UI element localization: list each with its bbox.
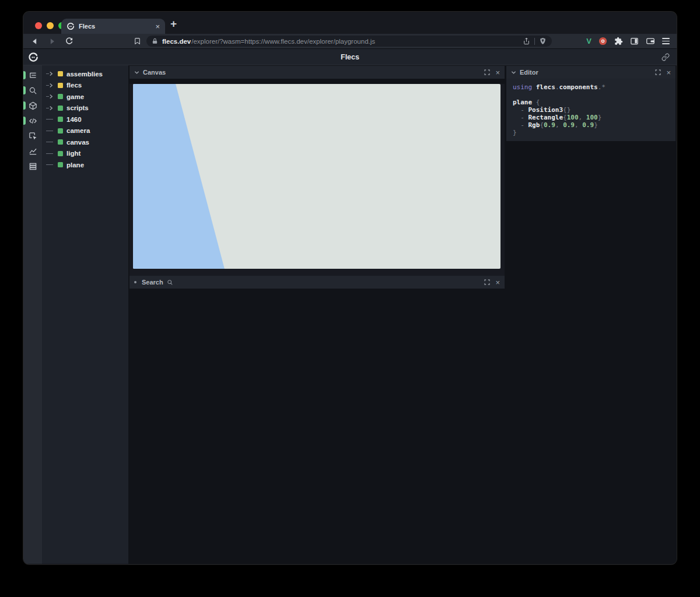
tree-item-game[interactable]: game (42, 91, 128, 103)
sidebar-toggle-icon[interactable] (630, 37, 639, 45)
wallet-icon[interactable] (646, 37, 655, 45)
tree-item-label: light (66, 150, 80, 157)
main-area: Canvas × Se (128, 65, 677, 564)
stacked-rows-icon (29, 162, 37, 171)
tree-connector (46, 142, 56, 142)
panel-switcher (23, 65, 42, 564)
sidebar-icon-entity-tree[interactable] (23, 68, 42, 83)
sidebar-icon-data-tables[interactable] (23, 159, 42, 174)
tree-item-label: scripts (66, 104, 89, 111)
entity-color-dot (58, 71, 63, 76)
share-icon[interactable] (523, 37, 530, 45)
app-body: assembliesflecsgamescripts1460cameracanv… (23, 65, 677, 564)
tree-item-label: assemblies (66, 71, 103, 78)
minimize-window-button[interactable] (47, 22, 54, 29)
tree-icon (29, 71, 37, 80)
sidebar-icon-statistics[interactable] (23, 143, 42, 159)
entity-color-dot (58, 139, 63, 145)
bookmark-button[interactable] (132, 37, 142, 46)
search-panel: Search × (130, 276, 505, 289)
editor-code[interactable]: using flecs.components.* plane { - Posit… (506, 79, 676, 141)
app-header: Flecs (23, 49, 677, 65)
close-panel-icon[interactable]: × (666, 69, 671, 76)
red-extension-icon[interactable] (598, 37, 607, 45)
expand-arrow-icon[interactable] (46, 83, 56, 88)
sidebar-icon-inspector[interactable] (23, 128, 42, 143)
tree-item-label: game (66, 93, 84, 100)
fullscreen-icon[interactable] (484, 69, 490, 75)
reload-button[interactable] (64, 37, 74, 46)
fullscreen-icon[interactable] (484, 279, 490, 285)
expand-arrow-icon[interactable] (46, 71, 56, 76)
tree-item-1460[interactable]: 1460 (42, 114, 128, 125)
panel-title: Canvas (143, 69, 166, 76)
viewport-sky (133, 84, 501, 269)
back-button[interactable] (30, 37, 40, 46)
search-glass-icon (167, 279, 173, 286)
close-panel-icon[interactable]: × (495, 69, 500, 76)
tree-item-label: flecs (66, 82, 82, 89)
expand-arrow-icon[interactable] (46, 106, 56, 111)
expand-arrow-icon[interactable] (46, 94, 56, 99)
vue-devtools-icon[interactable]: V (586, 37, 592, 45)
tab-close-icon[interactable]: × (155, 23, 160, 30)
forward-button[interactable] (47, 37, 57, 46)
bookmark-icon (134, 37, 141, 45)
editor-panel-header[interactable]: Editor × (506, 66, 676, 79)
cube-icon (29, 101, 37, 110)
tree-item-light[interactable]: light (42, 148, 128, 160)
menu-icon[interactable] (662, 37, 670, 45)
canvas-panel: Canvas × (130, 66, 505, 279)
tree-item-label: canvas (66, 139, 89, 146)
tree-item-assemblies[interactable]: assemblies (42, 68, 128, 80)
collapse-chevron-icon[interactable] (511, 71, 516, 75)
page-title: Flecs (23, 53, 677, 61)
tree-item-plane[interactable]: plane (42, 159, 128, 171)
close-window-button[interactable] (35, 22, 42, 29)
sidebar-icon-code-editor[interactable] (23, 113, 42, 128)
entity-color-dot (58, 128, 63, 134)
tree-connector (46, 164, 56, 165)
panel-title: Search (142, 279, 163, 286)
entity-color-dot (58, 106, 63, 111)
tree-item-label: plane (66, 161, 84, 168)
tree-item-label: camera (66, 127, 90, 134)
canvas-panel-body (130, 84, 505, 279)
address-bar[interactable]: flecs.dev /explorer/?wasm=https://www.fl… (146, 36, 552, 47)
entity-color-dot (58, 151, 63, 156)
collapse-chevron-icon[interactable] (134, 71, 139, 75)
share-link-icon[interactable] (662, 53, 670, 61)
tree-item-flecs[interactable]: flecs (42, 80, 128, 92)
search-icon (29, 86, 37, 95)
new-tab-button[interactable]: + (170, 17, 177, 30)
tree-item-label: 1460 (66, 116, 82, 123)
sidebar-icon-search[interactable] (23, 83, 42, 98)
entity-tree: assembliesflecsgamescripts1460cameracanv… (42, 65, 128, 564)
extensions-puzzle-icon[interactable] (614, 37, 623, 45)
flecs-favicon-icon (66, 22, 75, 30)
lock-icon (152, 38, 158, 44)
tab-title: Flecs (79, 23, 151, 30)
3d-viewport[interactable] (133, 84, 501, 269)
tree-item-canvas[interactable]: canvas (42, 136, 128, 148)
divider (534, 38, 535, 45)
back-icon (31, 37, 39, 45)
brave-shield-icon[interactable] (539, 37, 547, 45)
url-path: /explorer/?wasm=https://www.flecs.dev/ex… (191, 38, 519, 45)
fullscreen-icon[interactable] (655, 69, 661, 75)
canvas-panel-header[interactable]: Canvas × (130, 66, 505, 79)
extension-icons: V (586, 37, 670, 45)
editor-panel: Editor × using flecs.components.* plane … (506, 66, 676, 141)
browser-tab[interactable]: Flecs × (61, 19, 165, 34)
url-domain: flecs.dev (162, 38, 191, 45)
tree-item-scripts[interactable]: scripts (42, 103, 128, 114)
search-panel-header[interactable]: Search × (130, 276, 505, 289)
tree-item-camera[interactable]: camera (42, 125, 128, 137)
code-icon (29, 117, 37, 125)
entity-color-dot (58, 94, 63, 99)
collapsed-dot-icon[interactable] (134, 281, 136, 283)
browser-window: Flecs × + flecs.dev /explore (23, 12, 677, 564)
browser-toolbar: flecs.dev /explorer/?wasm=https://www.fl… (23, 34, 677, 49)
close-panel-icon[interactable]: × (495, 279, 500, 286)
sidebar-icon-entities[interactable] (23, 98, 42, 113)
